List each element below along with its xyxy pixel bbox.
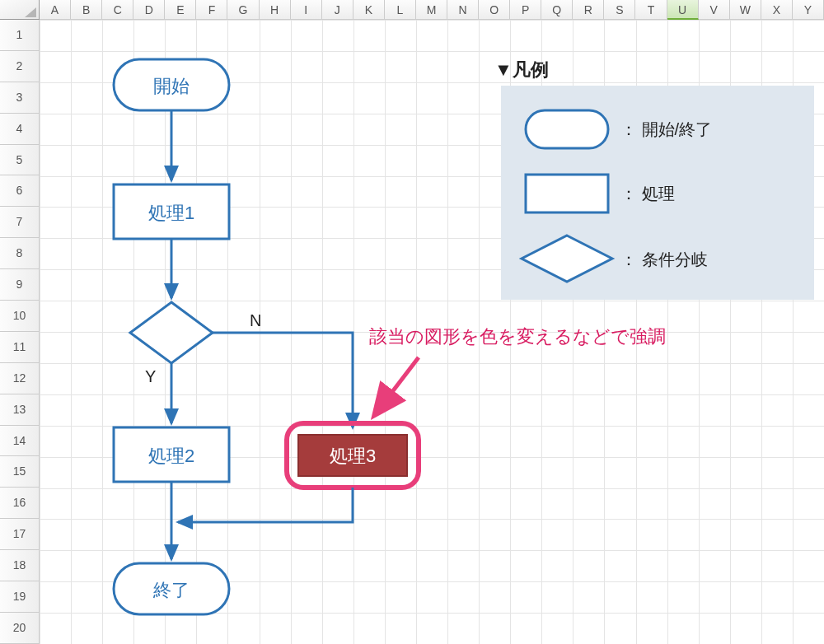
column-header-Q[interactable]: Q <box>541 0 573 20</box>
row-header-13[interactable]: 13 <box>0 394 40 426</box>
row-header-1[interactable]: 1 <box>0 20 40 51</box>
column-header-T[interactable]: T <box>635 0 667 20</box>
column-header-D[interactable]: D <box>133 0 165 20</box>
row-header-8[interactable]: 8 <box>0 238 40 269</box>
spreadsheet: ABCDEFGHIJKLMNOPQRSTUVWXY 12345678910111… <box>0 0 824 644</box>
column-header-X[interactable]: X <box>761 0 793 20</box>
column-header-U[interactable]: U <box>667 0 699 20</box>
row-header-9[interactable]: 9 <box>0 269 40 301</box>
row-header-19[interactable]: 19 <box>0 581 40 613</box>
column-header-O[interactable]: O <box>479 0 510 20</box>
row-headers: 1234567891011121314151617181920 <box>0 20 40 644</box>
row-header-17[interactable]: 17 <box>0 519 40 550</box>
column-header-V[interactable]: V <box>699 0 730 20</box>
row-header-12[interactable]: 12 <box>0 363 40 394</box>
column-header-B[interactable]: B <box>71 0 102 20</box>
row-header-15[interactable]: 15 <box>0 456 40 488</box>
column-header-Y[interactable]: Y <box>793 0 824 20</box>
row-header-11[interactable]: 11 <box>0 332 40 363</box>
column-header-P[interactable]: P <box>510 0 541 20</box>
column-header-M[interactable]: M <box>416 0 447 20</box>
row-header-14[interactable]: 14 <box>0 426 40 457</box>
row-header-18[interactable]: 18 <box>0 550 40 581</box>
row-header-20[interactable]: 20 <box>0 613 40 644</box>
column-header-E[interactable]: E <box>165 0 196 20</box>
row-header-7[interactable]: 7 <box>0 207 40 238</box>
row-header-16[interactable]: 16 <box>0 488 40 519</box>
select-all-corner[interactable] <box>0 0 40 20</box>
column-header-W[interactable]: W <box>730 0 761 20</box>
column-header-C[interactable]: C <box>102 0 133 20</box>
row-header-6[interactable]: 6 <box>0 175 40 207</box>
row-header-4[interactable]: 4 <box>0 114 40 145</box>
column-header-N[interactable]: N <box>447 0 479 20</box>
row-header-2[interactable]: 2 <box>0 51 40 82</box>
column-header-S[interactable]: S <box>604 0 635 20</box>
column-header-J[interactable]: J <box>322 0 353 20</box>
row-header-3[interactable]: 3 <box>0 82 40 114</box>
column-header-I[interactable]: I <box>291 0 322 20</box>
row-header-5[interactable]: 5 <box>0 145 40 176</box>
column-header-K[interactable]: K <box>353 0 385 20</box>
column-header-A[interactable]: A <box>40 0 71 20</box>
column-header-G[interactable]: G <box>227 0 259 20</box>
column-header-L[interactable]: L <box>385 0 416 20</box>
column-header-R[interactable]: R <box>573 0 604 20</box>
column-headers: ABCDEFGHIJKLMNOPQRSTUVWXY <box>0 0 824 20</box>
cell-area[interactable] <box>40 20 824 644</box>
row-header-10[interactable]: 10 <box>0 301 40 332</box>
column-header-F[interactable]: F <box>196 0 227 20</box>
column-header-H[interactable]: H <box>260 0 291 20</box>
